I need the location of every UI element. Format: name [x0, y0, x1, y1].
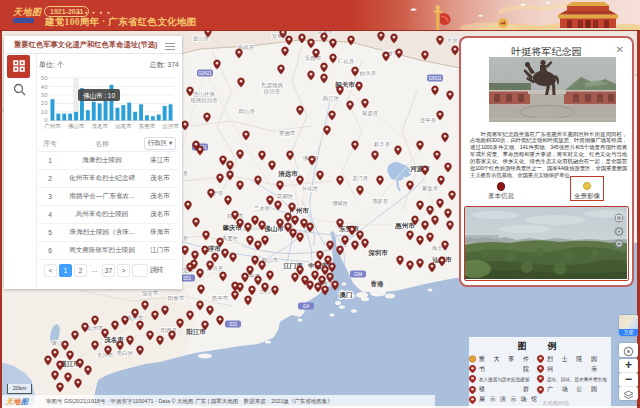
svg-text:S51: S51	[183, 276, 192, 281]
svg-text:瑶族自治县: 瑶族自治县	[190, 97, 218, 104]
svg-text:化州市: 化州市	[87, 325, 104, 332]
svg-text:花都区: 花都区	[277, 193, 294, 200]
svg-text:龙门县: 龙门县	[352, 175, 369, 181]
svg-text:佛山市 : 10: 佛山市 : 10	[83, 92, 116, 99]
svg-text:汕尾市: 汕尾市	[115, 123, 132, 129]
svg-text:香港: 香港	[370, 280, 385, 288]
svg-text:增城区: 增城区	[332, 200, 349, 206]
svg-text:仁化县: 仁化县	[338, 58, 355, 65]
svg-text:50: 50	[41, 75, 48, 81]
svg-text:澳门: 澳门	[339, 291, 353, 299]
svg-text:紫金县: 紫金县	[422, 185, 439, 191]
svg-text:连平县: 连平县	[420, 117, 437, 124]
svg-text:阳春市: 阳春市	[168, 295, 185, 302]
svg-text:惠州市: 惠州市	[394, 222, 415, 230]
svg-text:清远市: 清远市	[277, 170, 298, 178]
svg-text:自治县: 自治县	[264, 88, 281, 95]
svg-text:乐昌市: 乐昌市	[305, 55, 322, 62]
svg-text:阳山县: 阳山县	[239, 108, 256, 115]
svg-text:20: 20	[41, 100, 48, 106]
svg-text:电白区: 电白区	[117, 350, 134, 357]
svg-text:S32: S32	[229, 322, 238, 327]
svg-text:云浮市: 云浮市	[162, 123, 179, 130]
svg-text:茂名市: 茂名市	[91, 123, 108, 129]
svg-text:30: 30	[41, 92, 48, 98]
svg-text:G6011: G6011	[428, 76, 442, 81]
svg-text:单位: 个: 单位: 个	[39, 61, 64, 68]
svg-text:博罗县: 博罗县	[372, 198, 389, 205]
svg-text:阳江市: 阳江市	[186, 328, 206, 336]
svg-text:从化区: 从化区	[302, 185, 319, 192]
svg-text:吴川市: 吴川市	[97, 352, 114, 358]
svg-text:新丰县: 新丰县	[374, 141, 391, 147]
svg-text:三水区: 三水区	[254, 205, 271, 211]
svg-text:高要区: 高要区	[222, 235, 239, 242]
svg-text:40: 40	[41, 84, 48, 90]
svg-text:始兴县: 始兴县	[359, 70, 377, 77]
svg-text:广州市: 广州市	[44, 123, 61, 129]
svg-text:佛山市: 佛山市	[68, 123, 85, 129]
svg-text:英德市: 英德市	[279, 130, 296, 137]
svg-text:总数: 374: 总数: 374	[148, 61, 179, 68]
svg-text:恩平市: 恩平市	[211, 295, 229, 301]
svg-text:G94: G94	[354, 272, 363, 277]
svg-text:曲江区: 曲江区	[323, 95, 340, 102]
svg-text:10: 10	[41, 109, 48, 115]
svg-text:深圳市: 深圳市	[367, 249, 388, 257]
svg-text:G0421: G0421	[198, 71, 212, 76]
svg-text:翁源县: 翁源县	[362, 110, 379, 116]
svg-text:东莞市: 东莞市	[138, 123, 156, 129]
svg-text:G4: G4	[303, 304, 310, 309]
svg-text:信宜市: 信宜市	[142, 290, 159, 297]
